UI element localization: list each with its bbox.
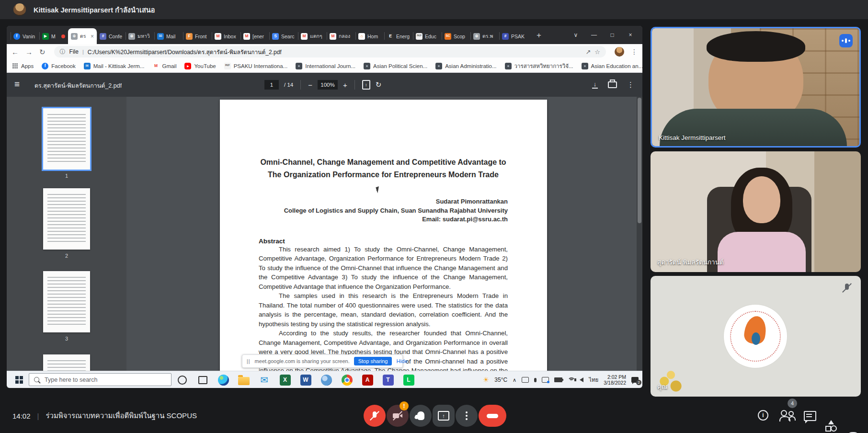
browser-tab[interactable]: S Searc ×	[269, 28, 298, 44]
acrobat-icon[interactable]: A	[361, 373, 374, 387]
file-explorer-icon[interactable]	[237, 373, 251, 387]
zoom-out-icon[interactable]: −	[308, 81, 312, 89]
profile-avatar[interactable]	[615, 47, 624, 57]
pdf-thumbnail[interactable]: 2	[43, 188, 90, 259]
stop-sharing-button[interactable]: Stop sharing	[354, 357, 392, 365]
meeting-details-icon[interactable]: i	[758, 410, 768, 421]
edge-icon[interactable]	[217, 373, 230, 387]
zoom-level[interactable]: 100%	[318, 80, 338, 90]
bookmark-item[interactable]: Asian Political Scien...	[364, 63, 427, 69]
print-icon[interactable]	[608, 81, 617, 88]
page-number-input[interactable]: 1	[264, 80, 279, 90]
pdf-scrollbar[interactable]	[637, 97, 642, 371]
search-input[interactable]	[44, 376, 166, 384]
bookmark-item[interactable]: M Gmail	[152, 63, 176, 69]
page-info-icon[interactable]: ⓘ	[60, 48, 66, 56]
scrollbar-thumb[interactable]	[638, 98, 641, 223]
new-tab-button[interactable]: +	[533, 29, 545, 42]
hide-link[interactable]: Hide	[396, 358, 408, 364]
pdf-menu-icon[interactable]: ≡	[14, 79, 20, 90]
minimize-button[interactable]: —	[585, 32, 603, 38]
bookmark-item[interactable]: Asian Education an...	[582, 63, 642, 69]
download-icon[interactable]: ↓	[592, 81, 598, 89]
rotate-icon[interactable]: ↻	[376, 80, 382, 89]
word-icon[interactable]: W	[299, 373, 312, 387]
volume-icon[interactable]	[580, 377, 583, 382]
address-bar[interactable]: ⓘ File | C:/Users/K%20Jermsittiparsert/D…	[54, 46, 606, 57]
bookmark-star-icon[interactable]: ☆	[594, 48, 600, 56]
chrome-icon[interactable]	[340, 373, 354, 387]
temperature-label[interactable]: 35°C	[494, 376, 507, 383]
bookmark-item[interactable]: ✉ Mail - Kittisak Jerm...	[84, 63, 145, 69]
apps-shortcut[interactable]: Apps	[12, 63, 34, 69]
bookmark-item[interactable]: f Facebook	[42, 63, 76, 69]
browser-tab[interactable]: M กลอง ×	[327, 28, 355, 44]
excel-icon[interactable]: X	[278, 373, 292, 387]
browser-tab[interactable]: E Energ ×	[384, 28, 413, 44]
tab-close-icon[interactable]: ×	[91, 33, 94, 40]
browser-tab[interactable]: ⊕ มหาวิ ×	[126, 28, 154, 44]
video-tile-presenter[interactable]: Kittisak Jermsittiparsert	[651, 27, 861, 148]
zoom-in-icon[interactable]: +	[343, 81, 347, 89]
browser-tab[interactable]: M [ener ×	[240, 28, 269, 44]
teams-icon[interactable]: T	[381, 373, 395, 387]
browser-tab[interactable]: M แตกๆ ×	[298, 28, 327, 44]
browser-menu-icon[interactable]: ⋮	[631, 48, 638, 56]
battery-icon[interactable]	[554, 377, 562, 382]
participants-icon[interactable]	[779, 410, 793, 422]
browser-tab[interactable]: f Vanin ×	[11, 28, 39, 44]
tray-mic-icon[interactable]	[534, 378, 537, 382]
chat-icon[interactable]	[804, 411, 816, 421]
forward-icon[interactable]: →	[25, 48, 33, 56]
mic-button[interactable]	[364, 405, 386, 427]
browser-tab[interactable]: F Front ×	[183, 28, 212, 44]
browser-tab[interactable]: SC Scop ×	[442, 28, 470, 44]
leave-call-button[interactable]	[479, 405, 506, 427]
language-indicator[interactable]: ไทย	[589, 376, 598, 384]
wifi-icon[interactable]	[568, 377, 574, 382]
tab-search-icon[interactable]: ∨	[567, 32, 585, 38]
video-tile-participant[interactable]: สุดารัตน์ พิมลรัตนกานต์	[651, 151, 861, 272]
mail-icon[interactable]: ✉	[258, 373, 271, 387]
browser-tab[interactable]: ▶ M ×	[39, 28, 68, 44]
browser-tab[interactable]: ⊕ ดร.พ ×	[470, 28, 499, 44]
taskbar-search[interactable]	[29, 373, 171, 386]
notification-center-icon[interactable]: 2	[631, 377, 639, 383]
browser-tab[interactable]: ⌂ Hom ×	[355, 28, 384, 44]
browser-tab[interactable]: # PSAK ×	[499, 28, 528, 44]
bookmark-item[interactable]: International Journ...	[296, 63, 355, 69]
screen-capture-icon[interactable]	[542, 377, 549, 383]
bookmark-item[interactable]: ▶ YouTube	[184, 63, 216, 69]
tablet-mode-icon[interactable]	[522, 377, 529, 383]
browser-tab[interactable]: ✉ Mail ×	[154, 28, 183, 44]
close-button[interactable]: ×	[621, 32, 640, 38]
browser-globe-icon[interactable]	[320, 373, 333, 387]
video-tile-self[interactable]: คุณ	[651, 276, 861, 397]
back-icon[interactable]: ←	[11, 48, 19, 56]
pdf-thumbnail[interactable]	[43, 354, 90, 371]
more-options-button[interactable]	[456, 405, 478, 427]
bookmark-item[interactable]: วารสารสหวิทยาการวิจั...	[505, 62, 573, 70]
pdf-thumbnail[interactable]: 3	[43, 271, 90, 342]
start-button-icon[interactable]	[15, 376, 23, 384]
pdf-more-icon[interactable]: ⋮	[627, 80, 634, 89]
raise-hand-button[interactable]	[410, 405, 432, 427]
bookmark-item[interactable]: Asian Administratio...	[435, 63, 496, 69]
browser-tab[interactable]: PKP Educ ×	[413, 28, 442, 44]
activities-icon[interactable]	[825, 420, 837, 432]
clock[interactable]: 2:02 PM 3/18/2022	[604, 374, 626, 386]
maximize-button[interactable]: □	[603, 32, 621, 38]
pdf-thumbnail[interactable]: 1	[43, 108, 90, 179]
reload-icon[interactable]: ↻	[39, 48, 46, 56]
bookmark-item[interactable]: PKP PSAKU Internationa...	[224, 63, 288, 69]
present-button[interactable]: ↑	[433, 405, 455, 427]
cortana-icon[interactable]	[178, 376, 187, 385]
share-icon[interactable]: ↗	[585, 48, 591, 56]
browser-tab[interactable]: M Inbox ×	[212, 28, 240, 44]
browser-tab[interactable]: # Confe ×	[97, 28, 126, 44]
task-view-icon[interactable]	[198, 376, 207, 384]
line-icon[interactable]: L	[402, 373, 415, 387]
tray-expand-icon[interactable]: ∧	[513, 377, 516, 383]
fit-page-icon[interactable]: ↕	[362, 80, 370, 90]
browser-tab[interactable]: ⊕ ดร ×	[68, 28, 97, 44]
